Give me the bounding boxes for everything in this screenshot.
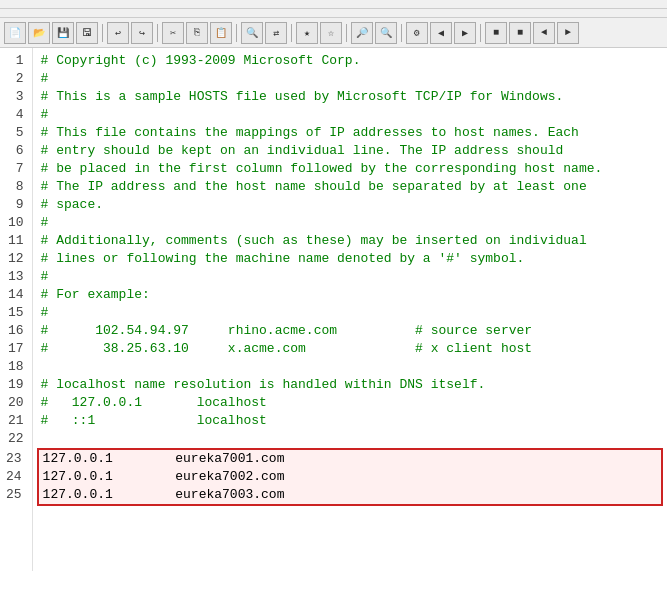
highlighted-block: 127.0.0.1 eureka7001.com127.0.0.1 eureka…: [37, 448, 663, 506]
menu-view[interactable]: [44, 11, 56, 15]
line-number-1: 1: [0, 52, 32, 70]
nav-next-button[interactable]: ▶: [454, 22, 476, 44]
line-number-12: 12: [0, 250, 32, 268]
code-line-22: [37, 430, 663, 448]
menu-help[interactable]: [104, 11, 116, 15]
sep4: [291, 24, 292, 42]
menu-settings[interactable]: [84, 11, 96, 15]
code-line-13: #: [37, 268, 663, 286]
line-number-15: 15: [0, 304, 32, 322]
line-number-10: 10: [0, 214, 32, 232]
sep3: [236, 24, 237, 42]
code-line-9: # space.: [37, 196, 663, 214]
code-line-25: 127.0.0.1 eureka7003.com: [39, 486, 661, 504]
menu-appearance[interactable]: [64, 11, 76, 15]
editor: 1234567891011121314151617181920212223242…: [0, 48, 667, 571]
zoom-out-button[interactable]: 🔍: [375, 22, 397, 44]
line-number-22: 22: [0, 430, 32, 448]
code-line-20: # 127.0.0.1 localhost: [37, 394, 663, 412]
save-button[interactable]: 💾: [52, 22, 74, 44]
line-number-8: 8: [0, 178, 32, 196]
code-line-2: #: [37, 70, 663, 88]
toolbar: 📄 📂 💾 🖫 ↩ ↪ ✂ ⎘ 📋 🔍 ⇄ ★ ☆ 🔎 🔍 ⚙ ◀ ▶ ■ ■ …: [0, 18, 667, 48]
line-number-25: 25: [2, 486, 30, 504]
code-line-1: # Copyright (c) 1993-2009 Microsoft Corp…: [37, 52, 663, 70]
code-line-16: # 102.54.94.97 rhino.acme.com # source s…: [37, 322, 663, 340]
code-line-5: # This file contains the mappings of IP …: [37, 124, 663, 142]
copy-button[interactable]: ⎘: [186, 22, 208, 44]
redo-button[interactable]: ↪: [131, 22, 153, 44]
code-line-6: # entry should be kept on an individual …: [37, 142, 663, 160]
line-number-4: 4: [0, 106, 32, 124]
undo-button[interactable]: ↩: [107, 22, 129, 44]
paste-button[interactable]: 📋: [210, 22, 232, 44]
code-line-11: # Additionally, comments (such as these)…: [37, 232, 663, 250]
code-line-17: # 38.25.63.10 x.acme.com # x client host: [37, 340, 663, 358]
misc2-button[interactable]: ■: [509, 22, 531, 44]
code-line-10: #: [37, 214, 663, 232]
line-number-11: 11: [0, 232, 32, 250]
code-line-23: 127.0.0.1 eureka7001.com: [39, 450, 661, 468]
line-number-17: 17: [0, 340, 32, 358]
menu-bar: [0, 9, 667, 18]
replace-button[interactable]: ⇄: [265, 22, 287, 44]
line-number-19: 19: [0, 376, 32, 394]
code-panel[interactable]: # Copyright (c) 1993-2009 Microsoft Corp…: [33, 48, 667, 571]
bookmark2-button[interactable]: ☆: [320, 22, 342, 44]
find-button[interactable]: 🔍: [241, 22, 263, 44]
sep6: [401, 24, 402, 42]
zoom-in-button[interactable]: 🔎: [351, 22, 373, 44]
menu-file[interactable]: [4, 11, 16, 15]
line-number-20: 20: [0, 394, 32, 412]
line-number-6: 6: [0, 142, 32, 160]
highlighted-block-nums: 232425: [0, 448, 32, 506]
bookmark-button[interactable]: ★: [296, 22, 318, 44]
line-number-14: 14: [0, 286, 32, 304]
misc4-button[interactable]: ►: [557, 22, 579, 44]
title-bar: [0, 0, 667, 9]
line-number-9: 9: [0, 196, 32, 214]
settings-btn[interactable]: ⚙: [406, 22, 428, 44]
line-number-13: 13: [0, 268, 32, 286]
new-button[interactable]: 📄: [4, 22, 26, 44]
save-as-button[interactable]: 🖫: [76, 22, 98, 44]
code-line-8: # The IP address and the host name shoul…: [37, 178, 663, 196]
code-line-15: #: [37, 304, 663, 322]
misc3-button[interactable]: ◄: [533, 22, 555, 44]
code-line-4: #: [37, 106, 663, 124]
code-line-7: # be placed in the first column followed…: [37, 160, 663, 178]
cut-button[interactable]: ✂: [162, 22, 184, 44]
code-line-3: # This is a sample HOSTS file used by Mi…: [37, 88, 663, 106]
misc1-button[interactable]: ■: [485, 22, 507, 44]
line-number-2: 2: [0, 70, 32, 88]
sep7: [480, 24, 481, 42]
line-number-24: 24: [2, 468, 30, 486]
line-number-5: 5: [0, 124, 32, 142]
line-number-21: 21: [0, 412, 32, 430]
code-line-19: # localhost name resolution is handled w…: [37, 376, 663, 394]
line-number-3: 3: [0, 88, 32, 106]
nav-prev-button[interactable]: ◀: [430, 22, 452, 44]
line-number-16: 16: [0, 322, 32, 340]
code-line-24: 127.0.0.1 eureka7002.com: [39, 468, 661, 486]
code-line-18: [37, 358, 663, 376]
line-number-23: 23: [2, 450, 30, 468]
sep2: [157, 24, 158, 42]
code-line-14: # For example:: [37, 286, 663, 304]
menu-edit[interactable]: [24, 11, 36, 15]
sep5: [346, 24, 347, 42]
line-number-7: 7: [0, 160, 32, 178]
code-line-12: # lines or following the machine name de…: [37, 250, 663, 268]
code-line-21: # ::1 localhost: [37, 412, 663, 430]
line-numbers-panel: 1234567891011121314151617181920212223242…: [0, 48, 33, 571]
sep1: [102, 24, 103, 42]
line-number-18: 18: [0, 358, 32, 376]
open-button[interactable]: 📂: [28, 22, 50, 44]
